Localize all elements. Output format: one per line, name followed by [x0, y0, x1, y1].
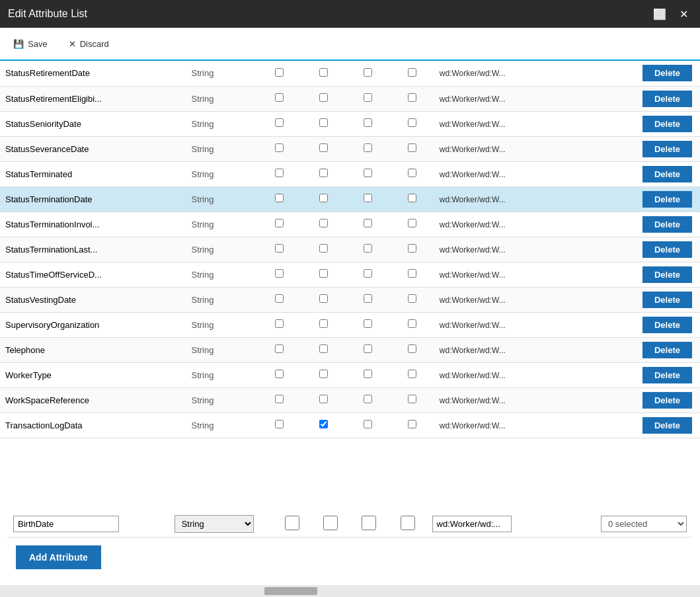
delete-button[interactable]: Delete: [642, 141, 692, 157]
row-cb3[interactable]: [364, 118, 372, 127]
table-row: StatusTerminated String wd:Worker/wd:W..…: [0, 161, 700, 186]
row-cb4[interactable]: [408, 194, 416, 202]
delete-button[interactable]: Delete: [642, 116, 692, 132]
row-cb2[interactable]: [319, 269, 328, 278]
delete-button[interactable]: Delete: [642, 342, 692, 358]
row-cb3[interactable]: [364, 269, 372, 278]
new-cb3[interactable]: [362, 516, 376, 530]
row-cb2[interactable]: [319, 319, 328, 328]
row-cb2[interactable]: [319, 194, 328, 202]
row-cb4[interactable]: [408, 294, 416, 303]
row-cb4[interactable]: [408, 344, 416, 353]
delete-button[interactable]: Delete: [642, 417, 692, 434]
new-selected-dropdown[interactable]: 0 selected: [601, 516, 687, 532]
row-cb1[interactable]: [275, 68, 284, 77]
row-cb4[interactable]: [408, 169, 416, 177]
row-cb3-cell: [346, 186, 390, 212]
row-cb1[interactable]: [275, 194, 284, 202]
row-cb1[interactable]: [275, 319, 284, 328]
table-row: WorkerType String wd:Worker/wd:W... Dele…: [0, 362, 700, 387]
row-cb3[interactable]: [364, 143, 372, 152]
row-cb4[interactable]: [408, 370, 416, 378]
row-cb1[interactable]: [275, 269, 284, 278]
scrollbar-thumb[interactable]: [264, 587, 317, 595]
row-cb4[interactable]: [408, 143, 416, 152]
row-cb3[interactable]: [364, 370, 372, 378]
new-path-input[interactable]: [432, 516, 512, 532]
row-cb1[interactable]: [275, 219, 284, 227]
row-cb4[interactable]: [408, 219, 416, 227]
row-cb3[interactable]: [364, 244, 372, 253]
row-path: wd:Worker/wd:W...: [434, 387, 611, 413]
new-type-select[interactable]: String Integer Boolean Date Double: [175, 515, 254, 533]
delete-button[interactable]: Delete: [642, 392, 692, 409]
new-cb4[interactable]: [401, 516, 415, 530]
delete-button[interactable]: Delete: [642, 266, 692, 283]
delete-button[interactable]: Delete: [642, 91, 692, 107]
row-cb3[interactable]: [364, 344, 372, 353]
row-cb1[interactable]: [275, 143, 284, 152]
delete-button[interactable]: Delete: [642, 241, 692, 258]
row-cb1[interactable]: [275, 244, 284, 253]
row-cb4[interactable]: [408, 244, 416, 253]
row-cb2[interactable]: [319, 420, 328, 428]
row-cb1[interactable]: [275, 420, 284, 428]
delete-button[interactable]: Delete: [642, 191, 692, 208]
row-cb4[interactable]: [408, 118, 416, 127]
row-cb1[interactable]: [275, 344, 284, 353]
delete-button[interactable]: Delete: [642, 65, 692, 81]
row-cb2[interactable]: [319, 169, 328, 177]
delete-button[interactable]: Delete: [642, 166, 692, 182]
row-cb1[interactable]: [275, 395, 284, 403]
new-name-input[interactable]: [13, 516, 119, 532]
row-cb4[interactable]: [408, 68, 416, 77]
row-cb3[interactable]: [364, 68, 372, 77]
row-cb4[interactable]: [408, 420, 416, 428]
row-cb4[interactable]: [408, 269, 416, 278]
row-cb2[interactable]: [319, 68, 328, 77]
row-cb2[interactable]: [319, 143, 328, 152]
row-cb2[interactable]: [319, 370, 328, 378]
new-cb1-cell: [273, 511, 311, 537]
row-cb2[interactable]: [319, 294, 328, 303]
delete-button[interactable]: Delete: [642, 317, 692, 333]
row-cb4[interactable]: [408, 319, 416, 328]
table-row: Telephone String wd:Worker/wd:W... Delet…: [0, 337, 700, 362]
row-cb4-cell: [390, 287, 434, 312]
row-cb4[interactable]: [408, 395, 416, 403]
restore-button[interactable]: ⬜: [649, 7, 670, 22]
row-cb1[interactable]: [275, 370, 284, 378]
row-cb3[interactable]: [364, 169, 372, 177]
row-cb1[interactable]: [275, 118, 284, 127]
row-cb3[interactable]: [364, 395, 372, 403]
discard-button[interactable]: ✕ Discard: [63, 36, 114, 52]
delete-button[interactable]: Delete: [642, 292, 692, 308]
row-cb1[interactable]: [275, 169, 284, 177]
row-cb3[interactable]: [364, 93, 372, 102]
close-button[interactable]: ✕: [676, 7, 692, 22]
row-cb3[interactable]: [364, 319, 372, 328]
row-cb3[interactable]: [364, 294, 372, 303]
row-cb2[interactable]: [319, 344, 328, 353]
row-cb3[interactable]: [364, 194, 372, 202]
row-cb1-cell: [257, 212, 301, 237]
row-cb1-cell: [257, 86, 301, 111]
row-cb2[interactable]: [319, 244, 328, 253]
new-cb1[interactable]: [285, 516, 299, 530]
row-cb3[interactable]: [364, 420, 372, 428]
new-cb2[interactable]: [323, 516, 338, 530]
row-cb2[interactable]: [319, 93, 328, 102]
row-cb1[interactable]: [275, 294, 284, 303]
row-name: SupervisoryOrganization: [0, 312, 186, 337]
row-cb2[interactable]: [319, 219, 328, 227]
row-cb2[interactable]: [319, 118, 328, 127]
add-attribute-button[interactable]: Add Attribute: [16, 545, 101, 569]
horizontal-scrollbar[interactable]: [0, 585, 700, 597]
delete-button[interactable]: Delete: [642, 367, 692, 383]
row-cb3[interactable]: [364, 219, 372, 227]
save-button[interactable]: 💾 Save: [8, 36, 53, 52]
row-cb4[interactable]: [408, 93, 416, 102]
row-cb2[interactable]: [319, 395, 328, 403]
row-cb1[interactable]: [275, 93, 284, 102]
delete-button[interactable]: Delete: [642, 216, 692, 233]
